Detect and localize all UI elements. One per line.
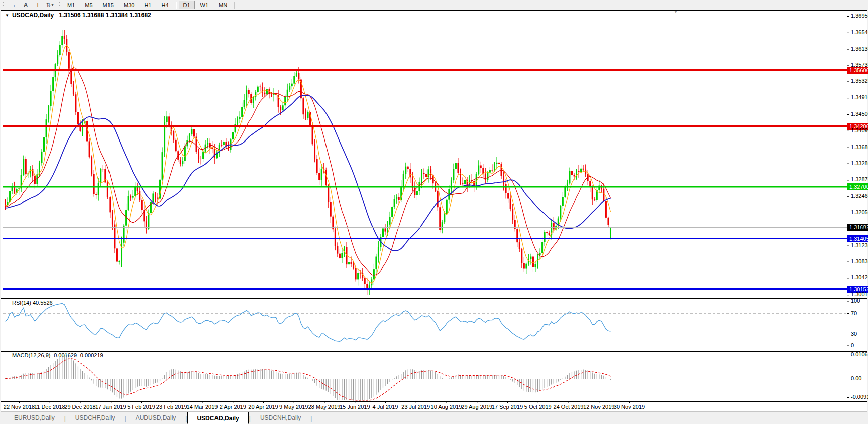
text-box-icon: T: [35, 2, 41, 8]
chart-symbol-label: USDCAD,Daily: [12, 12, 54, 19]
toolbar-separator: [234, 2, 235, 9]
timeframe-d1[interactable]: D1: [179, 1, 195, 9]
fibo-grid-icon: F: [11, 2, 17, 8]
toolbar-group-grip[interactable]: [57, 2, 61, 8]
chart-title: ▼ USDCAD,Daily 1.31506 1.31688 1.31384 1…: [5, 12, 151, 19]
time-axis[interactable]: [1, 402, 847, 412]
arrow-style-icon: ⇅: [46, 2, 50, 8]
timeframe-group: M1M5M15M30H1H4D1W1MN: [62, 1, 237, 9]
tab-usdcad-daily[interactable]: USDCAD,Daily: [187, 412, 248, 424]
tab-separator: |: [310, 415, 312, 422]
terminal-screen: 1.356061.342061.327001.314051.301521.316…: [0, 0, 868, 424]
price-axis[interactable]: [847, 10, 868, 401]
arrow-style-tool-button[interactable]: ⇅▾: [44, 1, 55, 9]
timeframe-m5[interactable]: M5: [80, 1, 97, 9]
toolbar-separator: [176, 2, 176, 9]
toolbar-grip[interactable]: [3, 2, 6, 8]
scroll-marker-icon[interactable]: ▼: [674, 10, 678, 14]
chart-canvas[interactable]: [0, 0, 868, 424]
text-tool-button[interactable]: T: [32, 1, 43, 9]
text-label-icon: A: [24, 2, 28, 9]
timeframe-h1[interactable]: H1: [140, 1, 156, 9]
rsi-indicator-label: RSI(14) 40.5526: [12, 300, 53, 306]
timeframe-mn[interactable]: MN: [214, 1, 232, 9]
tab-usdcnh-daily[interactable]: USDCNH,Daily: [251, 412, 310, 424]
chart-tab-bar: EURUSD,Daily|USDCHF,Daily|AUDUSD,Daily|U…: [0, 412, 868, 424]
timeframe-m15[interactable]: M15: [98, 1, 118, 9]
tab-usdchf-daily[interactable]: USDCHF,Daily: [66, 412, 124, 424]
macd-indicator-label: MACD(12,26,9) -0.001629 -0.000219: [12, 352, 103, 358]
text-label-tool-button[interactable]: A: [20, 1, 31, 9]
chart-collapse-icon[interactable]: ▼: [5, 13, 9, 18]
timeframe-m1[interactable]: M1: [63, 1, 79, 9]
top-toolbar: F A T ⇅▾ M1M5M15M30H1H4D1W1MN: [0, 0, 868, 10]
timeframe-w1[interactable]: W1: [196, 1, 213, 9]
tab-audusd-daily[interactable]: AUDUSD,Daily: [127, 412, 185, 424]
timeframe-h4[interactable]: H4: [157, 1, 173, 9]
timeframe-m30[interactable]: M30: [119, 1, 139, 9]
tab-eurusd-daily[interactable]: EURUSD,Daily: [5, 412, 64, 424]
chart-ohlc-values: 1.31506 1.31688 1.31384 1.31682: [59, 12, 151, 19]
dropdown-caret-icon: ▾: [52, 3, 54, 7]
fibo-grid-tool-button[interactable]: F: [8, 1, 19, 9]
